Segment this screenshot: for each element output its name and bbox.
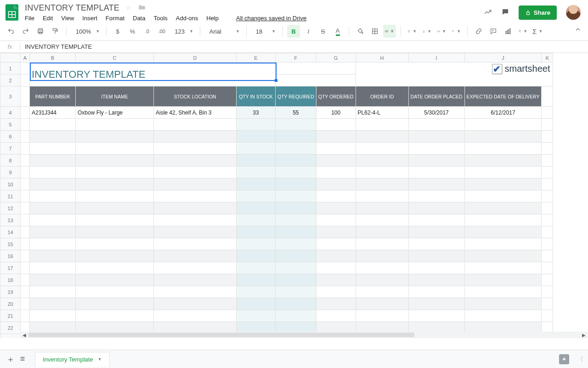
empty-cell[interactable]: [408, 190, 464, 202]
cell-expected[interactable]: 6/12/2017: [464, 107, 542, 119]
empty-cell[interactable]: [154, 238, 237, 250]
h-align-icon[interactable]: ▼: [406, 25, 418, 38]
fill-color-icon[interactable]: [354, 25, 367, 38]
col-header[interactable]: B: [30, 53, 76, 63]
comment-icon[interactable]: [487, 25, 500, 38]
collapse-toolbar-icon[interactable]: [574, 26, 582, 34]
empty-cell[interactable]: [276, 214, 317, 226]
wrap-icon[interactable]: ▼: [435, 25, 448, 38]
empty-cell[interactable]: [356, 298, 408, 310]
empty-cell[interactable]: [408, 310, 464, 322]
empty-cell[interactable]: [76, 262, 154, 274]
functions-icon[interactable]: Σ▼: [531, 25, 544, 38]
empty-cell[interactable]: [30, 214, 76, 226]
empty-cell[interactable]: [30, 178, 76, 190]
empty-cell[interactable]: [237, 131, 276, 143]
row-header[interactable]: 14: [0, 226, 21, 238]
currency-icon[interactable]: $: [111, 25, 124, 38]
empty-cell[interactable]: [464, 190, 542, 202]
sheet-tab[interactable]: Inventory Template ▼: [35, 352, 110, 367]
empty-cell[interactable]: [356, 310, 408, 322]
empty-cell[interactable]: [76, 238, 154, 250]
empty-cell[interactable]: [30, 167, 76, 178]
row-header[interactable]: 12: [0, 202, 21, 214]
explore-icon[interactable]: ✦: [559, 354, 569, 364]
rotate-icon[interactable]: ▼: [450, 25, 463, 38]
empty-cell[interactable]: [408, 178, 464, 190]
empty-cell[interactable]: [237, 155, 276, 167]
empty-cell[interactable]: [408, 298, 464, 310]
empty-cell[interactable]: [408, 238, 464, 250]
empty-cell[interactable]: [76, 178, 154, 190]
col-header[interactable]: F: [276, 53, 317, 63]
empty-cell[interactable]: [356, 214, 408, 226]
scroll-thumb[interactable]: [28, 333, 414, 337]
empty-cell[interactable]: [316, 214, 356, 226]
menu-tools[interactable]: Tools: [153, 15, 167, 22]
empty-cell[interactable]: [276, 250, 317, 262]
row-header[interactable]: 9: [0, 167, 21, 178]
empty-cell[interactable]: [408, 155, 464, 167]
empty-cell[interactable]: [408, 143, 464, 155]
empty-cell[interactable]: [237, 298, 276, 310]
empty-cell[interactable]: [316, 119, 356, 131]
v-align-icon[interactable]: ▼: [420, 25, 433, 38]
merge-cells-icon[interactable]: ▼: [383, 25, 396, 38]
empty-cell[interactable]: [30, 119, 76, 131]
empty-cell[interactable]: [356, 274, 408, 286]
empty-cell[interactable]: [30, 202, 76, 214]
empty-cell[interactable]: [154, 226, 237, 238]
empty-cell[interactable]: [237, 119, 276, 131]
empty-cell[interactable]: [76, 143, 154, 155]
empty-cell[interactable]: [276, 298, 317, 310]
row-header[interactable]: 17: [0, 262, 21, 274]
empty-cell[interactable]: [30, 190, 76, 202]
menu-insert[interactable]: Insert: [82, 15, 97, 22]
cell-req[interactable]: 55: [276, 107, 317, 119]
empty-cell[interactable]: [237, 214, 276, 226]
row-header[interactable]: 10: [0, 178, 21, 190]
col-header[interactable]: I: [408, 53, 464, 63]
row-header[interactable]: 21: [0, 310, 21, 322]
spreadsheet-grid[interactable]: ABCDEFGHIJK1INVENTORY TEMPLATE✔smartshee…: [0, 53, 553, 338]
row-header[interactable]: 3: [0, 86, 21, 107]
save-status[interactable]: All changes saved in Drive: [236, 15, 306, 22]
bold-icon[interactable]: B: [287, 25, 300, 38]
horizontal-scrollbar[interactable]: ◀ ▶: [20, 332, 588, 338]
col-header[interactable]: D: [154, 53, 237, 63]
empty-cell[interactable]: [237, 190, 276, 202]
empty-cell[interactable]: [408, 274, 464, 286]
empty-cell[interactable]: [356, 178, 408, 190]
empty-cell[interactable]: [356, 143, 408, 155]
empty-cell[interactable]: [30, 143, 76, 155]
empty-cell[interactable]: [464, 298, 542, 310]
empty-cell[interactable]: [464, 286, 542, 298]
empty-cell[interactable]: [30, 250, 76, 262]
empty-cell[interactable]: [76, 298, 154, 310]
empty-cell[interactable]: [276, 119, 317, 131]
empty-cell[interactable]: [316, 310, 356, 322]
empty-cell[interactable]: [237, 274, 276, 286]
row-header[interactable]: 23: [0, 334, 21, 339]
empty-cell[interactable]: [276, 178, 317, 190]
empty-cell[interactable]: [237, 167, 276, 178]
menu-addons[interactable]: Add-ons: [176, 15, 198, 22]
row-header[interactable]: 18: [0, 274, 21, 286]
empty-cell[interactable]: [316, 202, 356, 214]
scroll-left-icon[interactable]: ◀: [21, 333, 28, 338]
chart-icon[interactable]: [502, 25, 514, 38]
empty-cell[interactable]: [76, 167, 154, 178]
empty-cell[interactable]: [464, 226, 542, 238]
empty-cell[interactable]: [154, 262, 237, 274]
empty-cell[interactable]: [316, 286, 356, 298]
empty-cell[interactable]: [76, 131, 154, 143]
menu-file[interactable]: File: [25, 15, 34, 22]
col-header[interactable]: K: [542, 53, 553, 63]
empty-cell[interactable]: [237, 250, 276, 262]
formula-input[interactable]: INVENTORY TEMPLATE: [20, 43, 588, 50]
empty-cell[interactable]: [154, 131, 237, 143]
empty-cell[interactable]: [154, 274, 237, 286]
zoom-select[interactable]: 100%▼: [71, 28, 102, 35]
empty-cell[interactable]: [276, 155, 317, 167]
empty-cell[interactable]: [154, 143, 237, 155]
